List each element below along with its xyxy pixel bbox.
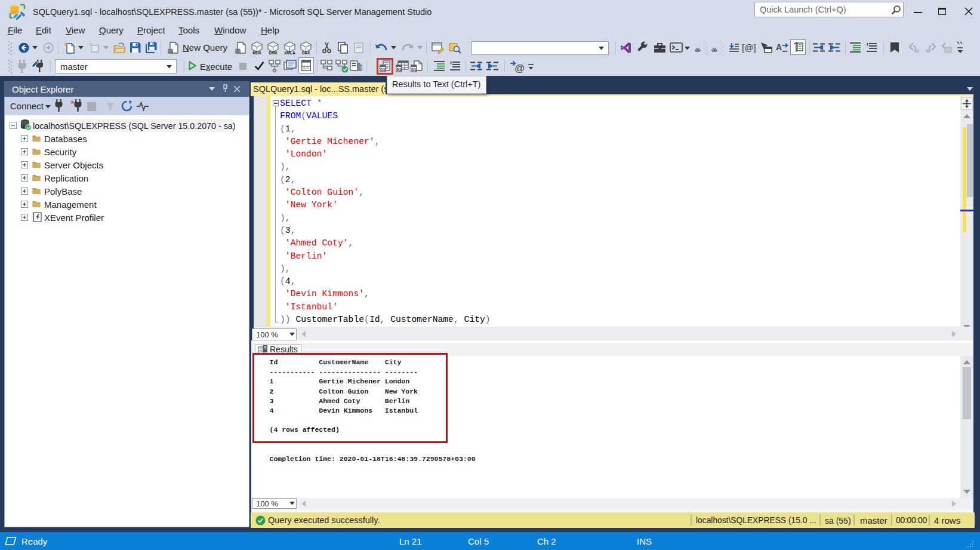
svg-text:01: 01 bbox=[412, 67, 417, 72]
svg-text:01: 01 bbox=[397, 67, 402, 72]
svg-text:MDX: MDX bbox=[252, 51, 261, 55]
svg-text:×: × bbox=[70, 99, 74, 106]
svg-text:XMLA: XMLA bbox=[284, 51, 295, 55]
svg-text:01: 01 bbox=[381, 67, 386, 72]
svg-text:DMX: DMX bbox=[269, 51, 278, 55]
svg-text:DAX: DAX bbox=[302, 51, 310, 55]
svg-text:A: A bbox=[776, 42, 782, 52]
svg-text:@: @ bbox=[514, 63, 525, 74]
